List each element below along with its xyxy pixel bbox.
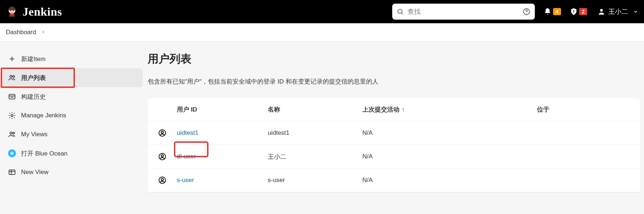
svg-point-26 bbox=[161, 131, 163, 133]
table-row: uidtest1 uidtest1 N/A bbox=[148, 121, 640, 145]
svg-line-6 bbox=[402, 13, 403, 15]
sidebar-item-blue-ocean[interactable]: 打开 Blue Ocean bbox=[3, 144, 143, 163]
table-header-row: 用户 ID 名称 上次提交活动 ↑ 位于 bbox=[148, 98, 640, 121]
user-menu[interactable]: 王小二 bbox=[597, 7, 638, 16]
bell-icon bbox=[544, 8, 552, 16]
svg-point-28 bbox=[161, 155, 163, 157]
views-icon bbox=[8, 130, 16, 138]
svg-point-21 bbox=[13, 132, 15, 134]
gear-icon bbox=[8, 112, 16, 120]
jenkins-brand-text: Jenkins bbox=[23, 5, 62, 19]
username-label: 王小二 bbox=[608, 7, 628, 16]
top-header: Jenkins 4 2 王小二 bbox=[0, 0, 644, 23]
user-id-link[interactable]: uidtest1 bbox=[177, 129, 199, 136]
header-icons: 4 2 王小二 bbox=[544, 7, 638, 16]
user-name-cell: 王小二 bbox=[268, 145, 362, 169]
chevron-right-icon bbox=[41, 29, 45, 36]
sidebar-item-new[interactable]: 新建Item bbox=[3, 49, 143, 68]
sidebar-item-label: 构建历史 bbox=[21, 93, 46, 101]
notifications-button[interactable]: 4 bbox=[544, 8, 561, 16]
users-table: 用户 ID 名称 上次提交活动 ↑ 位于 bbox=[148, 98, 640, 192]
table-row: dl-user 王小二 N/A bbox=[148, 145, 640, 169]
blue-ocean-icon bbox=[8, 149, 16, 157]
user-avatar-icon bbox=[597, 8, 605, 16]
new-view-icon bbox=[8, 168, 16, 176]
sidebar: 新建Item 用户列表 构建历史 Manage Jenkins My Views… bbox=[0, 41, 146, 192]
history-icon bbox=[8, 93, 16, 101]
breadcrumb: Dashboard bbox=[0, 23, 644, 41]
sidebar-item-new-view[interactable]: New View bbox=[3, 163, 143, 182]
sidebar-item-label: 打开 Blue Ocean bbox=[21, 149, 68, 158]
chevron-down-icon bbox=[633, 9, 638, 14]
user-id-link[interactable]: s-user bbox=[177, 177, 194, 183]
sidebar-item-label: 用户列表 bbox=[21, 74, 46, 82]
svg-point-19 bbox=[11, 114, 13, 117]
svg-point-8 bbox=[526, 13, 526, 13]
svg-point-5 bbox=[398, 9, 402, 13]
svg-point-20 bbox=[10, 132, 12, 134]
person-icon bbox=[158, 176, 167, 185]
sort-asc-icon: ↑ bbox=[402, 106, 405, 113]
sidebar-item-label: My Views bbox=[21, 131, 47, 138]
shield-alert-icon bbox=[570, 8, 578, 16]
search-icon bbox=[397, 8, 404, 15]
notifications-badge: 4 bbox=[553, 8, 561, 15]
user-on-cell bbox=[537, 145, 640, 169]
jenkins-logo-link[interactable]: Jenkins bbox=[5, 0, 62, 23]
svg-point-14 bbox=[10, 75, 12, 77]
svg-point-11 bbox=[600, 9, 603, 12]
search-box[interactable] bbox=[392, 4, 535, 20]
user-on-cell bbox=[537, 121, 640, 145]
user-on-cell bbox=[537, 169, 640, 192]
page-description: 包含所有已知"用户"，包括当前安全域中的登录 ID 和在变更记录的提交信的息里的… bbox=[148, 77, 640, 86]
th-name[interactable]: 名称 bbox=[268, 98, 362, 121]
page-title: 用户列表 bbox=[148, 52, 640, 66]
sidebar-item-label: Manage Jenkins bbox=[21, 112, 66, 119]
th-last-activity[interactable]: 上次提交活动 ↑ bbox=[362, 98, 537, 121]
breadcrumb-dashboard[interactable]: Dashboard bbox=[6, 29, 36, 36]
sidebar-item-users[interactable]: 用户列表 bbox=[3, 68, 143, 87]
search-input[interactable] bbox=[408, 8, 522, 16]
sidebar-item-build-history[interactable]: 构建历史 bbox=[3, 87, 143, 106]
sidebar-item-label: New View bbox=[21, 169, 48, 176]
user-activity-cell: N/A bbox=[362, 121, 537, 145]
svg-point-3 bbox=[10, 10, 11, 11]
th-on[interactable]: 位于 bbox=[537, 98, 640, 121]
svg-rect-9 bbox=[573, 10, 574, 12]
main-content: 用户列表 包含所有已知"用户"，包括当前安全域中的登录 ID 和在变更记录的提交… bbox=[146, 41, 644, 192]
svg-rect-16 bbox=[9, 94, 15, 99]
svg-rect-10 bbox=[573, 13, 574, 13]
table-row: s-user s-user N/A bbox=[148, 169, 640, 192]
sidebar-item-manage[interactable]: Manage Jenkins bbox=[3, 106, 143, 125]
alerts-button[interactable]: 2 bbox=[570, 8, 587, 16]
th-user-id[interactable]: 用户 ID bbox=[177, 98, 268, 121]
user-id-link[interactable]: dl-user bbox=[177, 153, 196, 160]
sidebar-item-label: 新建Item bbox=[21, 55, 45, 63]
person-icon bbox=[158, 129, 167, 137]
user-name-cell: s-user bbox=[268, 169, 362, 192]
help-icon[interactable] bbox=[522, 8, 530, 16]
alerts-badge: 2 bbox=[579, 8, 587, 15]
person-icon bbox=[158, 152, 167, 161]
plus-icon bbox=[8, 55, 16, 63]
svg-rect-2 bbox=[10, 14, 14, 16]
user-name-cell: uidtest1 bbox=[268, 121, 362, 145]
svg-point-15 bbox=[13, 76, 15, 77]
svg-rect-22 bbox=[9, 170, 15, 175]
jenkins-logo-icon bbox=[5, 5, 19, 19]
svg-point-4 bbox=[13, 10, 14, 11]
svg-point-30 bbox=[161, 178, 163, 181]
sidebar-item-my-views[interactable]: My Views bbox=[3, 125, 143, 144]
user-activity-cell: N/A bbox=[362, 169, 537, 192]
user-activity-cell: N/A bbox=[362, 145, 537, 169]
users-icon bbox=[8, 74, 16, 82]
